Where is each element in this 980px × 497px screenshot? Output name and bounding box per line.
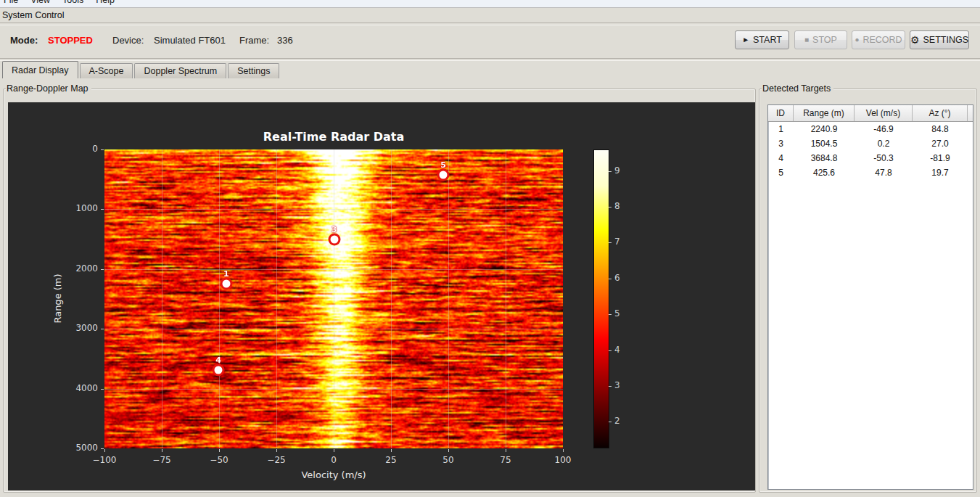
- x-tick-mark: [162, 449, 162, 452]
- cell-vel: -46.9: [855, 122, 913, 136]
- start-button-label: START: [753, 35, 782, 45]
- table-row[interactable]: 12240.9-46.984.8: [768, 122, 973, 136]
- cell-id: 3: [768, 136, 794, 151]
- target-marker: [328, 233, 340, 245]
- targets-table: IDRange (m)Vel (m/s)Az (°) 12240.9-46.98…: [767, 104, 973, 490]
- mode-value: STOPPED: [48, 35, 93, 46]
- colorbar-tick-label: 2: [614, 416, 620, 426]
- cell-vel: -50.3: [855, 151, 913, 165]
- cell-vel: 0.2: [855, 136, 913, 151]
- colorbar: [593, 149, 609, 448]
- x-tick-mark: [506, 449, 506, 452]
- range-doppler-heatmap: [104, 149, 563, 448]
- menu-bar: FileViewToolsHelp: [0, 0, 980, 8]
- plot-title: Real-Time Radar Data: [104, 130, 563, 144]
- colorbar-tick-label: 6: [614, 273, 620, 283]
- colorbar-tick-mark: [609, 386, 612, 387]
- target-marker-label: 3: [332, 225, 337, 234]
- mode-label: Mode:: [10, 35, 38, 46]
- colorbar-tick-mark: [609, 171, 612, 172]
- record-button-label: RECORD: [862, 35, 902, 45]
- targets-table-body: 12240.9-46.984.831504.50.227.043684.8-50…: [768, 122, 973, 180]
- x-tick-label: 50: [427, 455, 470, 465]
- x-tick-mark: [276, 449, 277, 452]
- range-doppler-group: Range-Doppler Map Real-Time Radar Data V…: [3, 89, 756, 493]
- menu-item-view[interactable]: View: [29, 0, 52, 7]
- y-tick-label: 0: [60, 144, 98, 154]
- tab-a-scope[interactable]: A-Scope: [80, 63, 133, 78]
- x-tick-label: −50: [197, 455, 241, 465]
- column-header-range[interactable]: Range (m): [794, 105, 855, 121]
- cell-az: 27.0: [913, 136, 968, 151]
- app-window: FileViewToolsHelp System Control Mode: S…: [0, 0, 980, 497]
- y-tick-mark: [101, 269, 104, 270]
- system-control-title: System Control: [2, 10, 64, 20]
- colorbar-tick-mark: [609, 422, 612, 422]
- radar-plot-panel: Real-Time Radar Data Velocity (m/s) Rang…: [8, 102, 755, 490]
- targets-table-header: IDRange (m)Vel (m/s)Az (°): [768, 105, 973, 122]
- y-tick-mark: [101, 149, 104, 150]
- colorbar-tick-mark: [609, 350, 612, 351]
- cell-range: 3684.8: [794, 151, 855, 165]
- x-tick-label: −75: [140, 455, 184, 465]
- y-tick-mark: [101, 329, 104, 329]
- start-button[interactable]: ►START: [735, 30, 789, 49]
- cell-vel: 47.8: [855, 165, 913, 180]
- y-tick-label: 5000: [60, 443, 98, 453]
- device-label: Device:: [112, 35, 144, 46]
- cell-range: 2240.9: [794, 122, 855, 136]
- y-tick-label: 2000: [60, 263, 98, 274]
- menu-item-file[interactable]: File: [2, 0, 20, 7]
- stop-button-label: STOP: [812, 35, 837, 45]
- x-tick-label: 0: [312, 455, 355, 465]
- gear-icon: ⚙: [910, 35, 920, 45]
- x-tick-mark: [334, 449, 334, 452]
- colorbar-tick-mark: [609, 279, 612, 279]
- column-header-az[interactable]: Az (°): [913, 105, 968, 121]
- record-button: ●RECORD: [852, 30, 905, 49]
- menu-item-help[interactable]: Help: [94, 0, 116, 7]
- menu-item-tools[interactable]: Tools: [61, 0, 85, 7]
- x-axis-label: Velocity (m/s): [104, 469, 563, 480]
- stop-icon: ■: [804, 36, 809, 44]
- colorbar-tick-label: 5: [614, 308, 620, 319]
- targets-group: Detected Targets IDRange (m)Vel (m/s)Az …: [759, 89, 977, 493]
- device-value: Simulated FT601: [154, 35, 226, 46]
- target-marker-label: 5: [440, 160, 446, 170]
- menu-strip: FileViewToolsHelp: [2, 0, 116, 7]
- range-doppler-group-label: Range-Doppler Map: [6, 83, 91, 94]
- column-header-vel[interactable]: Vel (m/s): [855, 105, 913, 121]
- table-row[interactable]: 31504.50.227.0: [768, 136, 973, 151]
- table-row[interactable]: 5425.647.819.7: [768, 165, 973, 180]
- tab-radar-display[interactable]: Radar Display: [2, 61, 78, 78]
- x-tick-mark: [563, 449, 564, 452]
- target-marker: [213, 363, 225, 376]
- target-marker-label: 4: [215, 356, 221, 365]
- colorbar-tick-label: 4: [614, 345, 620, 355]
- cell-az: 84.8: [913, 122, 968, 136]
- colorbar-tick-label: 9: [614, 165, 620, 176]
- target-marker: [437, 169, 450, 181]
- table-row[interactable]: 43684.8-50.3-81.9: [768, 151, 973, 165]
- x-tick-label: −100: [83, 455, 126, 465]
- cell-id: 4: [768, 151, 794, 165]
- target-marker-label: 1: [223, 269, 229, 279]
- cell-range: 1504.5: [794, 136, 855, 151]
- settings-button-label: SETTINGS: [923, 35, 969, 45]
- target-marker: [220, 277, 232, 289]
- x-tick-mark: [391, 449, 392, 452]
- cell-az: 19.7: [913, 165, 968, 180]
- settings-button[interactable]: ⚙SETTINGS: [910, 30, 969, 49]
- separator: [0, 22, 980, 25]
- y-tick-mark: [101, 448, 104, 449]
- cell-range: 425.6: [794, 165, 855, 180]
- cell-id: 5: [768, 165, 794, 180]
- tab-bar: Radar DisplayA-ScopeDoppler SpectrumSett…: [2, 61, 281, 78]
- tab-doppler-spectrum[interactable]: Doppler Spectrum: [134, 63, 226, 78]
- y-tick-mark: [101, 209, 104, 210]
- x-tick-mark: [219, 449, 220, 452]
- x-tick-label: 25: [369, 455, 413, 465]
- column-header-id[interactable]: ID: [768, 105, 794, 121]
- y-tick-mark: [101, 389, 104, 390]
- tab-settings[interactable]: Settings: [228, 63, 279, 78]
